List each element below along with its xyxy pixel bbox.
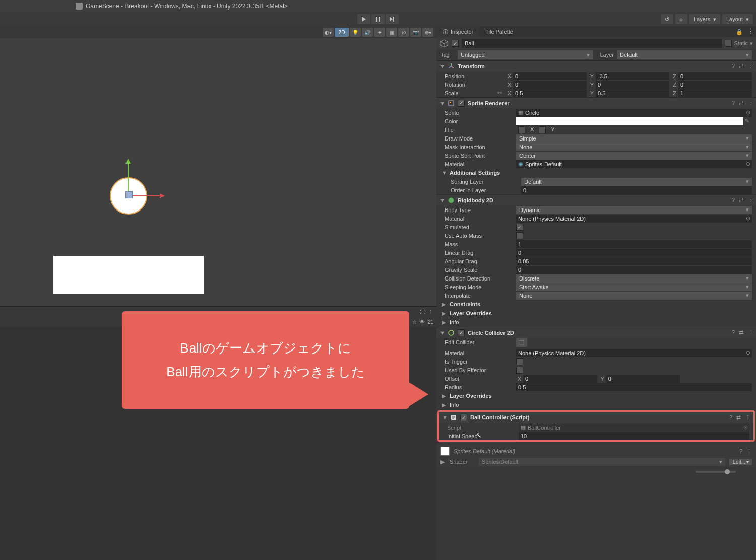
maximize-icon[interactable]: ⛶ — [420, 309, 425, 315]
radius-input[interactable] — [516, 383, 752, 391]
expand-icon[interactable]: ▶ — [442, 301, 447, 308]
object-name-input[interactable] — [462, 39, 722, 48]
preset-icon[interactable]: ⇄ — [739, 63, 743, 69]
offset-x-input[interactable] — [523, 375, 597, 383]
zoom-slider[interactable] — [696, 471, 736, 473]
2d-toggle[interactable]: 2D — [335, 28, 349, 37]
tab-tile-palette[interactable]: Tile Palette — [479, 26, 519, 37]
menu-icon[interactable]: ⋮ — [745, 414, 750, 421]
rigidbody-header[interactable]: ▼ Rigidbody 2D ?⇄⋮ — [436, 194, 756, 205]
stats-icon[interactable]: ☆ — [412, 319, 417, 325]
menu-icon[interactable]: ⋮ — [746, 448, 752, 455]
constraints-label[interactable]: Constraints — [450, 301, 480, 307]
layout-dropdown[interactable]: Layout▾ — [722, 14, 753, 24]
help-icon[interactable]: ? — [732, 100, 735, 106]
sprite-field[interactable]: ▦Circle — [516, 109, 752, 117]
tab-menu-icon[interactable]: ⋮ — [745, 26, 756, 37]
draw-mode-dropdown[interactable]: Simple — [516, 134, 752, 143]
scl-z-input[interactable] — [678, 89, 752, 97]
tab-inspector[interactable]: ⓘInspector — [436, 26, 479, 37]
body-type-dropdown[interactable]: Dynamic — [516, 206, 752, 214]
info-label[interactable]: Info — [450, 319, 459, 325]
transform-header[interactable]: ▼ Transform ?⇄⋮ — [436, 60, 756, 72]
shader-edit-button[interactable]: Edit...▾ — [729, 459, 752, 465]
initial-speed-input[interactable] — [519, 432, 749, 440]
scene-viewport[interactable] — [0, 38, 436, 306]
undo-history-icon[interactable]: ↺ — [661, 14, 673, 24]
collapse-icon[interactable]: ▼ — [442, 414, 447, 421]
angular-drag-input[interactable] — [516, 257, 752, 265]
pos-z-input[interactable] — [678, 72, 752, 80]
expand-icon[interactable]: ▶ — [442, 319, 447, 326]
ball-controller-header[interactable]: ▼ ✓ Ball Controller (Script) ?⇄⋮ — [439, 412, 753, 423]
scl-y-input[interactable] — [596, 89, 669, 97]
sort-point-dropdown[interactable]: Center — [516, 152, 752, 160]
collision-dropdown[interactable]: Discrete — [516, 274, 752, 283]
menu-icon[interactable]: ⋮ — [747, 100, 753, 106]
effector-checkbox[interactable] — [516, 367, 523, 374]
rb-material-field[interactable]: None (Physics Material 2D) — [516, 215, 752, 223]
layers-dropdown[interactable]: Layers▾ — [689, 14, 720, 24]
expand-icon[interactable]: ▶ — [442, 402, 447, 408]
rot-y-input[interactable] — [596, 81, 669, 89]
help-icon[interactable]: ? — [732, 197, 735, 203]
preset-icon[interactable]: ⇄ — [739, 100, 743, 106]
tag-dropdown[interactable]: Untagged — [458, 50, 593, 59]
sleeping-dropdown[interactable]: Start Awake — [516, 283, 752, 291]
menu-icon[interactable]: ⋮ — [747, 197, 753, 203]
mass-input[interactable] — [516, 240, 752, 248]
expand-icon[interactable]: ▶ — [442, 393, 447, 399]
order-input[interactable] — [521, 186, 752, 194]
fx-toggle-icon[interactable]: ✦ — [374, 28, 385, 37]
collider-checkbox[interactable]: ✓ — [458, 329, 465, 336]
layer-overrides-label[interactable]: Layer Overrides — [450, 310, 492, 316]
material-field[interactable]: ◉Sprites-Default — [516, 160, 752, 168]
collapse-icon[interactable]: ▼ — [439, 100, 445, 106]
flip-y-checkbox[interactable] — [539, 126, 546, 133]
auto-mass-checkbox[interactable] — [516, 232, 523, 239]
lighting-toggle[interactable]: 💡 — [350, 28, 361, 37]
preset-icon[interactable]: ⇄ — [739, 197, 743, 203]
cc-layer-overrides-label[interactable]: Layer Overrides — [450, 393, 492, 399]
cc-material-field[interactable]: None (Physics Material 2D) — [516, 349, 752, 357]
rot-z-input[interactable] — [678, 81, 752, 89]
audio-toggle-icon[interactable]: 🔊 — [362, 28, 373, 37]
menu-icon[interactable]: ⋮ — [428, 309, 433, 315]
rot-x-input[interactable] — [513, 81, 587, 89]
menu-icon[interactable]: ⋮ — [747, 329, 753, 336]
preset-icon[interactable]: ⇄ — [736, 414, 741, 421]
gizmo-y-axis[interactable] — [128, 160, 129, 194]
search-icon[interactable]: ⌕ — [675, 14, 687, 24]
help-icon[interactable]: ? — [729, 414, 732, 421]
gravity-input[interactable] — [516, 266, 752, 274]
menu-icon[interactable]: ⋮ — [747, 63, 753, 69]
sprite-renderer-header[interactable]: ▼ ✓ Sprite Renderer ?⇄⋮ — [436, 97, 756, 108]
collapse-icon[interactable]: ▼ — [439, 63, 445, 69]
scene-vis-icon[interactable]: ▦ — [386, 28, 397, 37]
play-button[interactable] — [357, 14, 370, 24]
vis-icon[interactable]: 👁 — [420, 319, 425, 325]
layer-dropdown[interactable]: Default — [617, 50, 752, 59]
hidden-toggle-icon[interactable]: ∅ — [398, 28, 409, 37]
scl-x-input[interactable] — [513, 89, 587, 97]
expand-icon[interactable]: ▶ — [440, 459, 446, 465]
sprite-renderer-checkbox[interactable]: ✓ — [458, 100, 465, 107]
help-icon[interactable]: ? — [732, 63, 735, 69]
static-dropdown-icon[interactable]: ▾ — [750, 40, 753, 47]
pos-x-input[interactable] — [513, 72, 587, 80]
static-checkbox[interactable] — [725, 40, 732, 47]
simulated-checkbox[interactable]: ✓ — [516, 224, 523, 231]
lock-icon[interactable]: 🔒 — [734, 26, 745, 37]
sorting-layer-dropdown[interactable]: Default — [521, 178, 752, 186]
offset-y-input[interactable] — [606, 375, 680, 383]
help-icon[interactable]: ? — [732, 329, 735, 336]
draw-mode-dropdown[interactable]: ◐▾ — [323, 28, 334, 37]
material-swatch[interactable] — [440, 447, 450, 456]
active-checkbox[interactable]: ✓ — [452, 40, 459, 47]
gizmo-x-axis[interactable] — [129, 195, 163, 196]
preset-icon[interactable]: ⇄ — [739, 329, 743, 336]
color-swatch[interactable] — [516, 117, 743, 125]
gizmos-dropdown[interactable]: ⊕▾ — [422, 28, 433, 37]
help-icon[interactable]: ? — [739, 448, 742, 454]
interpolate-dropdown[interactable]: None — [516, 292, 752, 300]
